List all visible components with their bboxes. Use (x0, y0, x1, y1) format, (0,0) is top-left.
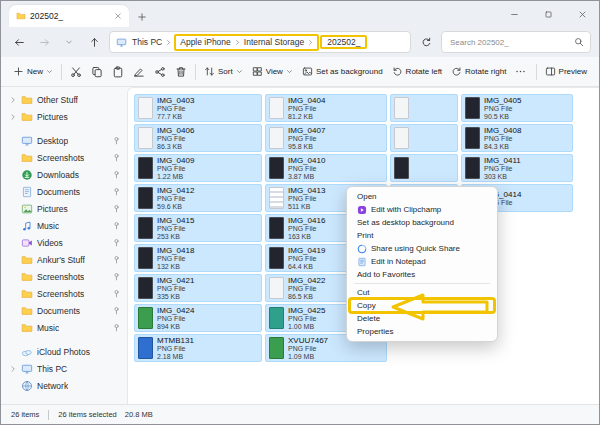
status-divider (48, 410, 49, 420)
cut-button[interactable] (66, 63, 86, 81)
rotate-left-button[interactable]: Rotate left (388, 63, 446, 80)
file-tile-img-0424[interactable]: IMG_0424PNG File894 KB (134, 304, 262, 332)
search-input[interactable] (448, 37, 570, 48)
breadcrumb-segment-202502[interactable]: 202502_ (325, 37, 362, 47)
maximize-button[interactable] (531, 1, 565, 27)
rename-button[interactable] (129, 63, 149, 81)
file-tile-mtmb131[interactable]: MTMB131PNG File2.18 MB (134, 334, 262, 362)
sidebar-item-screenshots[interactable]: Screenshots (5, 149, 125, 166)
chevron-down-icon (65, 38, 73, 46)
folder-icon (21, 152, 33, 164)
context-menu-item-open[interactable]: Open (350, 190, 494, 203)
file-tile-img-0407[interactable]: IMG_0407PNG File95.8 KB (265, 124, 387, 152)
file-size: 3.87 MB (288, 173, 325, 181)
search-box[interactable] (441, 31, 591, 53)
file-tile-img-0405[interactable]: IMG_0405PNG File90.5 KB (461, 94, 573, 122)
sidebar-item-screenshots[interactable]: Screenshots (5, 268, 125, 285)
sidebar-item-ankur-s-stuff[interactable]: Ankur's Stuff (5, 251, 125, 268)
menu-item-label: Edit with Clipchamp (371, 205, 441, 214)
copy-button[interactable] (87, 63, 107, 81)
context-menu-item-cut[interactable]: Cut (350, 286, 494, 299)
file-tile-img-0406[interactable]: IMG_0406PNG File86.3 KB (134, 124, 262, 152)
rotate-right-button[interactable]: Rotate right (447, 63, 510, 80)
view-button[interactable]: View (248, 63, 297, 80)
sidebar-item-other-stuff[interactable]: Other Stuff (5, 91, 125, 108)
breadcrumb-segment-this-pc[interactable]: This PC (130, 37, 164, 47)
file-tile-img-0404[interactable]: IMG_0404PNG File81.2 KB (265, 94, 387, 122)
new-button[interactable]: New (9, 63, 57, 80)
file-name: IMG_0408 (484, 126, 521, 135)
sort-button[interactable]: Sort (200, 63, 247, 80)
sidebar-item-desktop[interactable]: Desktop (5, 132, 125, 149)
chevron-right-icon (9, 365, 17, 373)
file-tile[interactable] (390, 94, 458, 122)
file-tile[interactable] (390, 154, 458, 182)
paste-button[interactable] (108, 63, 128, 81)
file-tile-img-0409[interactable]: IMG_0409PNG File1.22 MB (134, 154, 262, 182)
pin-icon (112, 204, 121, 213)
pin-icon (112, 153, 121, 162)
sidebar-item-music[interactable]: Music (5, 217, 125, 234)
file-type: PNG File (157, 135, 194, 143)
maximize-icon (544, 10, 553, 19)
share-button[interactable] (150, 63, 170, 81)
sidebar-item-videos[interactable]: Videos (5, 234, 125, 251)
file-tile-img-0408[interactable]: IMG_0408PNG File84.3 KB (461, 124, 573, 152)
sidebar-item-documents[interactable]: Documents (5, 183, 125, 200)
file-thumbnail (394, 97, 409, 119)
context-menu-item-set-as-desktop-background[interactable]: Set as desktop background (350, 216, 494, 229)
file-tile-img-0418[interactable]: IMG_0418PNG File132 KB (134, 244, 262, 272)
context-menu-item-delete[interactable]: Delete (350, 312, 494, 325)
file-tile-img-0415[interactable]: IMG_0415PNG File253 KB (134, 214, 262, 242)
music-icon (21, 220, 33, 232)
sidebar-item-music[interactable]: Music (5, 319, 125, 336)
file-tile-img-0421[interactable]: IMG_0421PNG File335 KB (134, 274, 262, 302)
back-button[interactable] (9, 32, 29, 52)
close-window-button[interactable] (565, 1, 599, 27)
view-grid-icon (252, 66, 263, 77)
file-name: IMG_0405 (484, 96, 521, 105)
file-size: 84.3 KB (484, 143, 521, 151)
set-as-background-button[interactable]: Set as background (298, 63, 387, 80)
file-tile-img-0412[interactable]: IMG_0412PNG File59.6 KB (134, 184, 262, 212)
file-type: PNG File (288, 225, 325, 233)
file-tile[interactable] (390, 124, 458, 152)
context-menu-item-copy[interactable]: Copy (350, 299, 494, 312)
file-tile-img-0410[interactable]: IMG_0410PNG File3.87 MB (265, 154, 387, 182)
context-menu-item-properties[interactable]: Properties (350, 325, 494, 338)
context-menu-item-share-using-quick-share[interactable]: Share using Quick Share (350, 242, 494, 255)
breadcrumb[interactable]: This PCApple iPhoneInternal Storage20250… (109, 31, 411, 53)
recent-locations-button[interactable] (59, 32, 79, 52)
delete-button[interactable] (171, 63, 191, 81)
sidebar-item-downloads[interactable]: Downloads (5, 166, 125, 183)
file-tile-img-0403[interactable]: IMG_0403PNG File77.7 KB (134, 94, 262, 122)
close-tab-icon[interactable] (114, 12, 122, 20)
preview-button[interactable]: Preview (541, 63, 591, 80)
file-tile-img-0411[interactable]: IMG_0411PNG File303 KB (461, 154, 573, 182)
breadcrumb-segment-apple-iphone[interactable]: Apple iPhone (178, 37, 233, 47)
sidebar-item-screenshots[interactable]: Screenshots (5, 285, 125, 302)
sidebar-item-pictures[interactable]: Pictures (5, 200, 125, 217)
preview-button-label: Preview (559, 67, 587, 76)
sidebar-item-network[interactable]: Network (5, 377, 125, 394)
minimize-button[interactable] (497, 1, 531, 27)
ellipsis-icon (515, 66, 526, 77)
context-menu-item-add-to-favorites[interactable]: Add to Favorites (350, 268, 494, 281)
sidebar-item-pictures[interactable]: Pictures (5, 108, 125, 125)
sidebar-item-icloud-photos[interactable]: iCloud Photos (5, 343, 125, 360)
file-name: IMG_0418 (157, 246, 194, 255)
forward-button[interactable] (34, 32, 54, 52)
up-button[interactable] (84, 32, 104, 52)
context-menu-item-print[interactable]: Print (350, 229, 494, 242)
sidebar-item-this-pc[interactable]: This PC (5, 360, 125, 377)
menu-item-label: Copy (357, 301, 376, 310)
breadcrumb-segment-internal-storage[interactable]: Internal Storage (242, 37, 306, 47)
new-tab-icon[interactable] (137, 12, 147, 22)
file-size: 1.09 MB (288, 353, 328, 361)
explorer-tab[interactable]: 202502_ (9, 5, 129, 27)
refresh-button[interactable] (416, 32, 436, 52)
sidebar-item-documents[interactable]: Documents (5, 302, 125, 319)
more-options-button[interactable] (511, 63, 530, 80)
context-menu-item-edit-in-notepad[interactable]: Edit in Notepad (350, 255, 494, 268)
context-menu-item-edit-with-clipchamp[interactable]: Edit with Clipchamp (350, 203, 494, 216)
